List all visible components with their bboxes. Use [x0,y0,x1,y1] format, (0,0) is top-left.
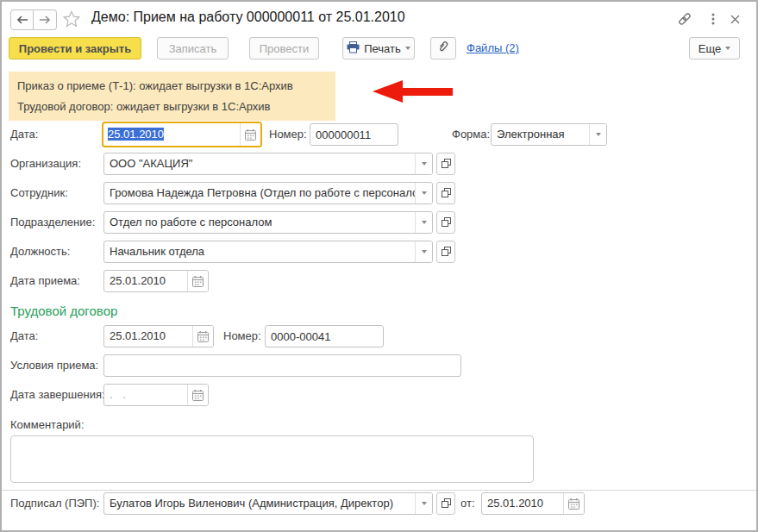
form-kind-value: Электронная [492,124,589,145]
comment-label: Комментарий: [10,414,85,436]
page-title: Демо: Прием на работу 000000011 от 25.01… [91,9,405,25]
form-kind-label: Форма: [452,123,490,146]
post-label: Провести [260,42,310,55]
calendar-icon[interactable] [192,326,213,347]
dropdown-arrow-icon[interactable] [589,124,606,145]
open-icon [442,244,451,260]
post-and-close-button[interactable]: Провести и закрыть [9,37,141,59]
organization-value: ООО "АКАЦИЯ" [104,153,415,174]
hire-date-label: Дата приема: [10,270,80,292]
arrow-shaft [403,88,453,96]
position-label: Должность: [10,241,70,263]
date-field[interactable]: 25.01.2010 [102,122,262,147]
department-label: Подразделение: [10,211,95,234]
paperclip-icon [437,41,449,56]
print-button[interactable]: Печать [342,37,415,59]
notification-line: Приказ о приеме (Т-1): ожидает выгрузки … [17,76,327,97]
save-button[interactable]: Записать [157,37,229,59]
open-organization-button[interactable] [436,153,455,175]
get-link-icon[interactable] [677,11,692,27]
document-window: Демо: Прием на работу 000000011 от 25.01… [0,0,758,532]
terms-label: Условия приема: [10,354,98,377]
red-annotation-arrow [373,80,453,103]
end-date-label: Дата завершения: [10,384,105,406]
number-label: Номер: [269,123,307,146]
open-employee-button[interactable] [436,182,455,204]
department-value: Отдел по работе с персоналом [104,212,415,233]
open-icon [442,156,451,172]
chevron-down-icon [405,47,410,50]
favorite-star-icon[interactable] [63,10,80,28]
position-combo[interactable]: Начальник отдела [103,241,433,263]
dropdown-arrow-icon[interactable] [415,493,432,514]
open-signer-button[interactable] [436,492,455,515]
contract-number-label: Номер: [223,325,261,347]
comment-textarea[interactable] [10,435,534,483]
hire-date-field[interactable]: 25.01.2010 [103,270,209,292]
employee-value: Громова Надежда Петровна (Отдел по работ… [104,183,415,203]
files-link[interactable]: Файлы (2) [467,37,519,59]
dropdown-arrow-icon[interactable] [415,212,432,233]
position-value: Начальник отдела [104,241,415,262]
form-kind-select[interactable]: Электронная [491,123,607,146]
signed-by-label: Подписал (ПЭП): [10,492,99,515]
chevron-down-icon [725,47,730,50]
forward-arrow-icon [39,12,51,28]
employee-combo[interactable]: Громова Надежда Петровна (Отдел по работ… [103,182,433,204]
dropdown-arrow-icon[interactable] [415,183,432,203]
open-department-button[interactable] [436,211,455,234]
signed-by-value: Булатов Игорь Виленович (Администрация, … [104,493,415,514]
more-button[interactable]: Еще [689,37,740,59]
back-arrow-icon [16,12,28,28]
open-icon [442,496,451,511]
status-notification: Приказ о приеме (Т-1): ожидает выгрузки … [9,72,335,121]
calendar-icon[interactable] [563,493,584,514]
date-value: 25.01.2010 [103,123,240,146]
close-icon[interactable] [727,11,742,27]
number-input[interactable] [310,123,398,146]
end-date-field[interactable]: . . [103,384,209,406]
organization-combo[interactable]: ООО "АКАЦИЯ" [103,153,433,175]
signed-date-field[interactable]: 25.01.2010 [481,492,585,515]
contract-date-label: Дата: [10,325,38,347]
end-date-value: . . [104,385,187,405]
signed-date-label: от: [460,492,475,515]
notification-line: Трудовой договор: ожидает выгрузки в 1С:… [17,97,327,117]
printer-icon [347,41,360,56]
print-label: Печать [364,42,401,55]
organization-label: Организация: [10,153,81,175]
selected-text: 25.01.2010 [108,128,164,141]
signed-date-value: 25.01.2010 [482,493,563,514]
more-menu-dots-icon[interactable] [705,11,721,27]
contract-section-header: Трудовой договор [10,304,117,318]
dropdown-arrow-icon[interactable] [415,153,432,174]
footer-divider [2,490,756,491]
dropdown-arrow-icon[interactable] [415,241,432,262]
contract-date-field[interactable]: 25.01.2010 [103,325,214,347]
title-bar: Демо: Прием на работу 000000011 от 25.01… [2,2,756,34]
signed-by-combo[interactable]: Булатов Игорь Виленович (Администрация, … [103,492,433,515]
arrow-head [373,80,403,103]
open-icon [442,215,451,230]
department-combo[interactable]: Отдел по работе с персоналом [103,211,433,234]
contract-number-input[interactable] [265,325,384,347]
hire-date-value: 25.01.2010 [104,271,187,291]
open-position-button[interactable] [436,241,455,263]
forward-button[interactable] [34,9,57,30]
calendar-icon[interactable] [240,123,260,146]
open-icon [442,185,451,201]
post-and-close-label: Провести и закрыть [19,42,131,55]
employee-label: Сотрудник: [10,182,68,204]
calendar-icon[interactable] [187,271,208,291]
nav-history-group [10,9,57,30]
back-button[interactable] [10,9,34,30]
terms-input[interactable] [103,354,461,377]
calendar-icon[interactable] [187,385,208,405]
attachments-button[interactable] [430,37,456,59]
date-label: Дата: [10,123,38,146]
more-label: Еще [698,42,721,55]
contract-date-value: 25.01.2010 [104,326,192,347]
post-button[interactable]: Провести [249,37,319,59]
save-label: Записать [169,42,217,55]
